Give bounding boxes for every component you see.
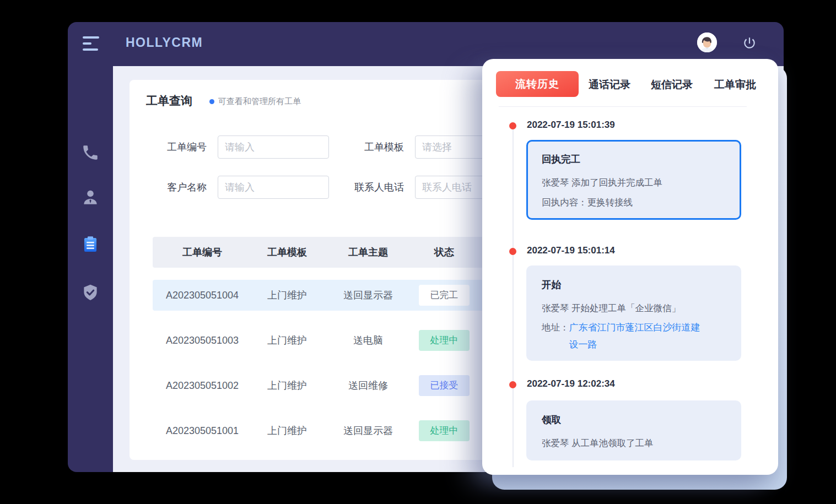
timeline-card-line: 回执内容：更换转接线 <box>542 192 727 212</box>
order-no-input[interactable] <box>218 136 329 159</box>
cell-subject: 送回显示器 <box>322 424 414 437</box>
cell-template: 上门维护 <box>252 334 322 347</box>
avatar-image <box>697 32 717 52</box>
cell-subject: 送电脑 <box>322 334 414 347</box>
status-badge: 处理中 <box>419 330 470 351</box>
contact-phone-label: 联系人电话 <box>338 176 404 199</box>
cell-order-no: A202305051001 <box>153 425 252 437</box>
sidebar-item-security[interactable] <box>81 283 100 302</box>
col-header-template: 工单模板 <box>252 246 322 259</box>
template-label: 工单模板 <box>338 136 404 159</box>
cell-template: 上门维护 <box>252 379 322 392</box>
cell-subject: 送回维修 <box>322 379 414 392</box>
tab-divider <box>499 106 747 107</box>
tab-workorder-approval[interactable]: 工单审批 <box>714 78 756 92</box>
tab-sms-records[interactable]: 短信记录 <box>651 78 693 92</box>
order-no-label: 工单编号 <box>141 136 207 159</box>
phone-icon <box>81 143 100 162</box>
tab-circulation-history[interactable]: 流转历史 <box>496 71 579 97</box>
sidebar-item-calls[interactable] <box>81 143 100 162</box>
user-avatar[interactable] <box>697 32 717 52</box>
timeline-card-title: 回执完工 <box>542 153 727 166</box>
timeline-card-receipt-complete: 回执完工 张爱琴 添加了回执并完成工单 回执内容：更换转接线 <box>526 140 741 220</box>
customer-input[interactable] <box>218 176 329 199</box>
timeline-dot <box>509 248 516 255</box>
cell-order-no: A202305051002 <box>153 380 252 392</box>
timeline-dot <box>509 381 516 388</box>
timeline-timestamp: 2022-07-19 15:01:14 <box>527 245 615 256</box>
timeline-card-line: 张爱琴 添加了回执并完成工单 <box>542 172 727 192</box>
workorder-clipboard-icon <box>81 235 100 254</box>
timeline-card-line: 张爱琴 开始处理工单「企业微信」 <box>542 298 727 318</box>
col-header-subject: 工单主题 <box>322 246 414 259</box>
page-title: 工单查询 <box>146 93 192 109</box>
page-subtitle: 可查看和管理所有工单 <box>218 96 301 107</box>
timeline-card-claim: 领取 张爱琴 从工单池领取了工单 <box>526 400 741 460</box>
timeline-line <box>513 129 514 467</box>
col-header-status: 状态 <box>414 246 474 259</box>
cell-order-no: A202305051003 <box>153 335 252 346</box>
menu-icon[interactable] <box>83 36 101 52</box>
desktop-background: HOLLYCRM <box>0 0 836 504</box>
status-badge: 已完工 <box>419 285 470 306</box>
customer-label: 客户名称 <box>141 176 207 199</box>
contacts-icon <box>81 188 100 207</box>
brand-logo: HOLLYCRM <box>126 35 203 50</box>
address-label: 地址： <box>542 319 569 353</box>
sidebar-item-workorders[interactable] <box>81 235 100 254</box>
power-icon[interactable] <box>742 36 757 50</box>
address-link[interactable]: 广东省江门市蓬江区白沙街道建设一路 <box>569 319 703 353</box>
sidebar-item-contacts[interactable] <box>81 188 100 207</box>
cell-subject: 送回显示器 <box>322 289 414 302</box>
title-dot <box>209 99 214 104</box>
timeline-card-title: 开始 <box>542 278 727 291</box>
col-header-order-no: 工单编号 <box>153 246 252 259</box>
timeline-card-start: 开始 张爱琴 开始处理工单「企业微信」 地址： 广东省江门市蓬江区白沙街道建设一… <box>526 265 741 361</box>
security-shield-icon <box>81 283 100 302</box>
cell-order-no: A202305051004 <box>153 290 252 301</box>
timeline-timestamp: 2022-07-19 12:02:34 <box>527 378 615 389</box>
status-badge: 处理中 <box>419 420 470 441</box>
timeline-dot <box>509 122 516 129</box>
cell-template: 上门维护 <box>252 424 322 437</box>
timeline-timestamp: 2022-07-19 15:01:39 <box>527 120 615 131</box>
status-badge: 已接受 <box>419 375 470 396</box>
timeline-card-line: 张爱琴 从工单池领取了工单 <box>542 433 727 453</box>
history-panel: 流转历史 通话记录 短信记录 工单审批 2022-07-19 15:01:39 … <box>482 59 778 475</box>
cell-template: 上门维护 <box>252 289 322 302</box>
timeline-card-title: 领取 <box>542 413 727 426</box>
tab-call-records[interactable]: 通话记录 <box>589 78 630 92</box>
